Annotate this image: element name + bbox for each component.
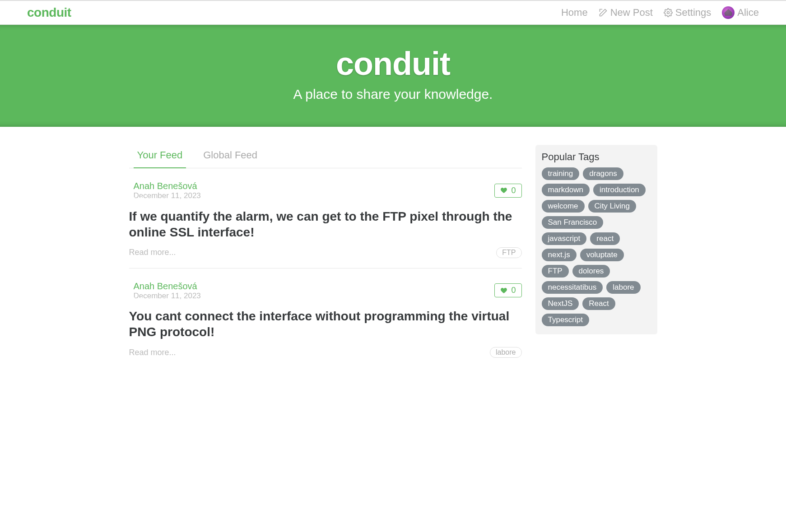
article-tags: FTP [496,247,521,258]
main-column: Your Feed Global Feed Anah Benešová Dece… [129,145,522,368]
feed-tabs: Your Feed Global Feed [129,145,522,168]
article-title: You cant connect the interface without p… [129,308,522,340]
tag-list: trainingdragonsmarkdownintroductionwelco… [542,167,651,326]
banner-title: conduit [9,45,777,82]
tag-pill[interactable]: javascript [542,232,587,245]
tag-pill[interactable]: dragons [583,167,623,180]
author-info: Anah Benešová December 11, 2023 [134,281,201,301]
tag-pill[interactable]: labore [606,281,640,294]
tag-pill[interactable]: react [590,232,620,245]
nav-settings[interactable]: Settings [664,7,712,19]
tag-pill[interactable]: React [582,297,615,310]
nav-new-post-label: New Post [610,7,653,19]
nav-profile[interactable]: Alice [722,6,759,19]
gear-icon [664,8,673,17]
nav-new-post[interactable]: New Post [599,7,653,19]
nav-settings-label: Settings [675,7,712,19]
tab-your-feed[interactable]: Your Feed [134,145,186,168]
navbar: conduit Home New Post Settings Alice [0,0,786,25]
article-tag[interactable]: FTP [496,247,521,258]
banner: conduit A place to share your knowledge. [0,25,786,127]
read-more-link[interactable]: Read more... [129,248,176,257]
tag-pill[interactable]: San Francisco [542,216,604,229]
heart-icon [500,187,507,194]
like-button[interactable]: 0 [494,184,521,198]
tab-global-feed[interactable]: Global Feed [200,145,261,168]
tag-pill[interactable]: training [542,167,580,180]
sidebar-title: Popular Tags [542,151,651,163]
author-name[interactable]: Anah Benešová [134,181,201,191]
compose-icon [599,8,608,17]
read-more-link[interactable]: Read more... [129,348,176,357]
tag-pill[interactable]: NextJS [542,297,579,310]
brand-logo[interactable]: conduit [27,5,71,20]
article-link[interactable]: You cant connect the interface without p… [129,308,522,340]
tag-pill[interactable]: necessitatibus [542,281,603,294]
sidebar-column: Popular Tags trainingdragonsmarkdownintr… [535,145,657,334]
article-meta: Anah Benešová December 11, 2023 0 [129,181,522,200]
tag-pill[interactable]: FTP [542,265,569,278]
nav-home[interactable]: Home [561,7,588,19]
article-tags: labore [490,347,521,358]
author-info: Anah Benešová December 11, 2023 [134,181,201,200]
like-button[interactable]: 0 [494,283,521,297]
article-preview: Anah Benešová December 11, 2023 0 You ca… [129,268,522,368]
tag-pill[interactable]: City Living [588,200,636,213]
article-preview: Anah Benešová December 11, 2023 0 If we … [129,168,522,268]
article-tag[interactable]: labore [490,347,521,358]
tag-pill[interactable]: welcome [542,200,585,213]
banner-subtitle: A place to share your knowledge. [9,87,777,102]
avatar [722,6,735,19]
article-title: If we quantify the alarm, we can get to … [129,208,522,240]
tag-pill[interactable]: voluptate [580,249,624,261]
tag-pill[interactable]: next.js [542,249,577,261]
article-link[interactable]: If we quantify the alarm, we can get to … [129,208,522,240]
popular-tags-box: Popular Tags trainingdragonsmarkdownintr… [535,145,657,334]
nav-user-label: Alice [737,7,759,19]
svg-point-0 [667,12,669,14]
author-name[interactable]: Anah Benešová [134,281,201,291]
tag-pill[interactable]: dolores [572,265,610,278]
page-container: Your Feed Global Feed Anah Benešová Dece… [120,127,666,386]
heart-icon [500,287,507,294]
nav-right: Home New Post Settings Alice [561,6,759,19]
article-footer: Read more... FTP [129,247,522,258]
like-count: 0 [511,186,516,195]
article-footer: Read more... labore [129,347,522,358]
tag-pill[interactable]: Typescript [542,314,589,326]
article-date: December 11, 2023 [134,191,201,200]
article-meta: Anah Benešová December 11, 2023 0 [129,281,522,301]
like-count: 0 [511,286,516,295]
tag-pill[interactable]: introduction [593,184,646,196]
article-date: December 11, 2023 [134,291,201,301]
tag-pill[interactable]: markdown [542,184,590,196]
